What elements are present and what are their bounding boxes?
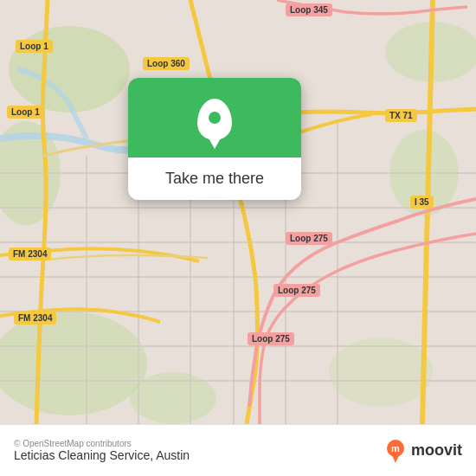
moovit-icon: m (383, 439, 408, 463)
bottom-left: © OpenStreetMap contributors Leticias Cl… (14, 439, 190, 462)
road-label-fm2304-2: FM 2304 (14, 312, 56, 325)
popup-card: Take me there (128, 78, 301, 200)
road-label-loop275-2: Loop 275 (273, 284, 320, 297)
map-container: Loop 1 Loop 1 Loop 360 Loop 345 TX 71 I … (0, 0, 476, 424)
moovit-logo: m moovit (383, 439, 462, 463)
map-svg (0, 0, 476, 424)
attribution-text: © OpenStreetMap contributors (14, 439, 190, 448)
road-label-i35: I 35 (410, 196, 434, 209)
svg-point-6 (130, 372, 216, 424)
road-label-loop275-3: Loop 275 (248, 332, 294, 345)
road-label-loop275-1: Loop 275 (286, 232, 332, 245)
svg-text:m: m (391, 443, 400, 453)
svg-marker-22 (391, 453, 400, 463)
pin-dot (209, 112, 221, 124)
place-name: Leticias Cleaning Service, Austin (14, 448, 190, 462)
popup-header (128, 78, 301, 158)
road-label-fm2304-1: FM 2304 (9, 248, 51, 261)
road-label-loop345: Loop 345 (286, 3, 332, 16)
road-label-loop1-mid: Loop 1 (7, 106, 44, 119)
take-me-there-button[interactable]: Take me there (165, 158, 264, 200)
svg-point-7 (329, 338, 433, 407)
road-label-loop1-top: Loop 1 (16, 40, 53, 53)
location-pin-icon (197, 99, 232, 140)
road-label-tx71: TX 71 (385, 109, 417, 122)
bottom-bar: © OpenStreetMap contributors Leticias Cl… (0, 424, 476, 476)
road-label-loop360: Loop 360 (143, 57, 190, 70)
popup-tail (204, 198, 225, 200)
moovit-text: moovit (411, 441, 462, 460)
